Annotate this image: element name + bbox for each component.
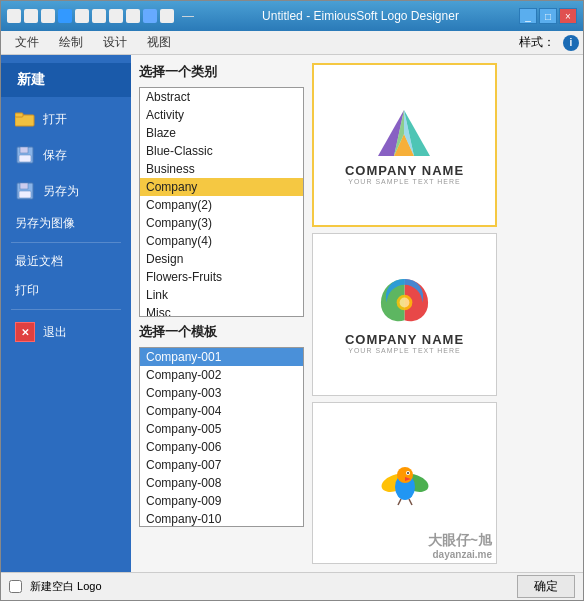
sidebar-item-saveas[interactable]: 另存为 [1,173,131,209]
logo-preview-1: COMPANY NAME YOUR SAMPLE TEXT HERE [345,106,464,185]
svg-rect-7 [19,191,31,198]
menu-draw[interactable]: 绘制 [49,32,93,53]
menubar: 文件 绘制 设计 视图 样式： i [1,31,583,55]
list-item[interactable]: Company-008 [140,474,303,492]
sidebar-item-saveasimage[interactable]: 另存为图像 [1,209,131,238]
list-item[interactable]: Business [140,160,303,178]
list-item[interactable]: Abstract [140,88,303,106]
list-item[interactable]: Company-009 [140,492,303,510]
svg-rect-1 [15,113,23,117]
list-item[interactable]: Company-004 [140,402,303,420]
save-icon [15,145,35,165]
list-item-tpl-001[interactable]: Company-001 [140,348,303,366]
list-item[interactable]: Company(4) [140,232,303,250]
list-item[interactable]: Design [140,250,303,268]
menu-view[interactable]: 视图 [137,32,181,53]
bird-logo-svg [375,455,435,510]
list-item[interactable]: Company-010 [140,510,303,527]
svg-rect-4 [19,155,31,162]
sidebar-divider-1 [11,242,121,243]
list-item[interactable]: Flowers-Fruits [140,268,303,286]
maximize-button[interactable]: □ [539,8,557,24]
main-content: 新建 打开 [1,55,583,572]
preview-area: COMPANY NAME YOUR SAMPLE TEXT HERE [312,63,497,564]
exit-icon: ✕ [15,322,35,342]
logo-preview-3 [375,455,435,510]
template-title: 选择一个模板 [139,323,304,341]
app-icon-4 [58,9,72,23]
sidebar-item-exit[interactable]: ✕ 退出 [1,314,131,350]
left-lists: 选择一个类别 Abstract Activity Blaze Blue-Clas… [139,63,304,564]
save-label: 保存 [43,147,67,164]
open-label: 打开 [43,111,67,128]
watermark-line1: 大眼仔~旭 [428,532,492,549]
menu-style[interactable]: 样式： [511,32,563,53]
sidebar-divider-2 [11,309,121,310]
preview1-sample-text: YOUR SAMPLE TEXT HERE [348,178,461,185]
app-icon-7 [109,9,123,23]
sidebar-item-save[interactable]: 保存 [1,137,131,173]
svg-rect-6 [20,183,28,189]
preview2-company-name: COMPANY NAME [345,332,464,347]
list-item[interactable]: Company(3) [140,214,303,232]
list-item[interactable]: Blaze [140,124,303,142]
list-item[interactable]: Blue-Classic [140,142,303,160]
svg-rect-3 [20,147,28,153]
list-item[interactable]: Misc [140,304,303,317]
app-icon-3 [41,9,55,23]
right-panel: 选择一个类别 Abstract Activity Blaze Blue-Clas… [131,55,583,572]
template-listbox[interactable]: Company-001 Company-002 Company-003 Comp… [139,347,304,527]
app-icon-10 [160,9,174,23]
list-item[interactable]: Company-005 [140,420,303,438]
svg-line-19 [398,499,401,505]
category-section: 选择一个类别 Abstract Activity Blaze Blue-Clas… [139,63,304,317]
window-controls: _ □ × [519,8,577,24]
titlebar-app-icons [7,9,174,23]
list-item[interactable]: Company(2) [140,196,303,214]
content-area: 选择一个类别 Abstract Activity Blaze Blue-Clas… [139,63,575,564]
confirm-button[interactable]: 确定 [517,575,575,598]
app-icon-8 [126,9,140,23]
list-item[interactable]: Company-007 [140,456,303,474]
saveas-icon [15,181,35,201]
sidebar: 新建 打开 [1,55,131,572]
svg-point-17 [407,472,409,474]
minimize-button[interactable]: _ [519,8,537,24]
app-icon-2 [24,9,38,23]
category-listbox[interactable]: Abstract Activity Blaze Blue-Classic Bus… [139,87,304,317]
svg-point-11 [400,298,410,308]
svg-line-20 [409,499,412,505]
sidebar-new[interactable]: 新建 [1,63,131,97]
logo-preview-2: COMPANY NAME YOUR SAMPLE TEXT HERE [345,275,464,354]
watermark: 大眼仔~旭 dayanzai.me [428,532,492,561]
list-item[interactable]: Activity [140,106,303,124]
preview-box-1[interactable]: COMPANY NAME YOUR SAMPLE TEXT HERE [312,63,497,227]
app-icon-9 [143,9,157,23]
app-icon-5 [75,9,89,23]
window-title: Untitled - EimiousSoft Logo Designer [202,9,519,23]
exit-label: 退出 [43,324,67,341]
list-item[interactable]: Company-002 [140,366,303,384]
list-item-company[interactable]: Company [140,178,303,196]
list-item[interactable]: Company-003 [140,384,303,402]
preview-box-3[interactable]: 大眼仔~旭 dayanzai.me [312,402,497,564]
menu-design[interactable]: 设计 [93,32,137,53]
list-item[interactable]: Link [140,286,303,304]
sidebar-item-recent[interactable]: 最近文档 [1,247,131,276]
app-icon-1 [7,9,21,23]
preview-box-2[interactable]: COMPANY NAME YOUR SAMPLE TEXT HERE [312,233,497,395]
preview1-company-name: COMPANY NAME [345,163,464,178]
close-button[interactable]: × [559,8,577,24]
sidebar-item-open[interactable]: 打开 [1,101,131,137]
new-blank-checkbox[interactable] [9,580,22,593]
menu-file[interactable]: 文件 [5,32,49,53]
info-button[interactable]: i [563,35,579,51]
folder-icon [15,109,35,129]
triangle-logo-svg [374,106,434,161]
watermark-line2: dayanzai.me [428,549,492,561]
new-blank-label: 新建空白 Logo [30,579,102,594]
list-item[interactable]: Company-006 [140,438,303,456]
footer-bar: 新建空白 Logo 确定 [1,572,583,600]
sidebar-item-print[interactable]: 打印 [1,276,131,305]
category-title: 选择一个类别 [139,63,304,81]
